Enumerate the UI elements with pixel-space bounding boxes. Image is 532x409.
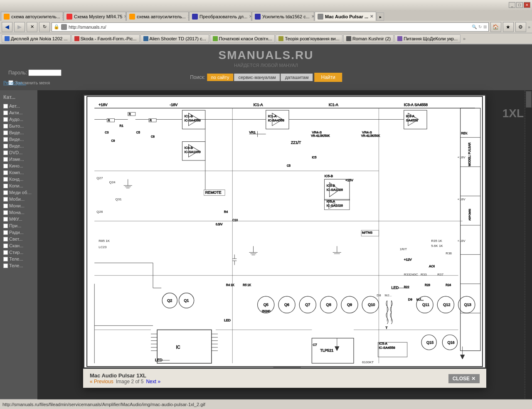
cat-checkbox-21[interactable] bbox=[3, 244, 8, 248]
maximize-button[interactable]: □ bbox=[516, 2, 523, 8]
tab-close-5[interactable]: ✕ bbox=[311, 14, 314, 19]
back-button[interactable]: ◀ bbox=[2, 22, 12, 32]
cat-checkbox-0[interactable] bbox=[3, 104, 8, 108]
cat-item-24[interactable]: Теле... bbox=[3, 263, 34, 268]
svg-text:IC3-A SA4558: IC3-A SA4558 bbox=[404, 103, 428, 107]
search-tab-site[interactable]: по сайту bbox=[207, 74, 234, 81]
tab-close-1[interactable]: ✕ bbox=[62, 14, 63, 19]
cat-checkbox-17[interactable] bbox=[3, 217, 8, 222]
cat-checkbox-14[interactable] bbox=[3, 197, 8, 202]
cat-checkbox-1[interactable] bbox=[3, 111, 8, 115]
cat-item-15[interactable]: Мони... bbox=[3, 203, 34, 208]
bookmark-5[interactable]: Теорія розв'язування ви... bbox=[276, 34, 342, 43]
cat-item-19[interactable]: Ради... bbox=[3, 230, 34, 235]
cat-checkbox-16[interactable] bbox=[3, 210, 8, 215]
address-bar[interactable]: 🔒 http://smanuals.ru/ 🔍 ↻ ⊞ bbox=[52, 22, 489, 32]
bookmark-4[interactable]: Початкові класи Освітн... bbox=[210, 34, 275, 43]
cat-checkbox-22[interactable] bbox=[3, 250, 8, 255]
tab-close-3[interactable]: ✕ bbox=[187, 14, 189, 19]
cat-checkbox-13[interactable] bbox=[3, 190, 8, 195]
tab-1[interactable]: схема автоусилитель... ✕ bbox=[1, 12, 63, 21]
cat-item-1[interactable]: Акти... bbox=[3, 110, 34, 115]
cat-item-14[interactable]: Моби... bbox=[3, 197, 34, 202]
registration-link[interactable]: Регистра... bbox=[3, 80, 26, 85]
cat-item-22[interactable]: Стир... bbox=[3, 250, 34, 255]
bookmark-6[interactable]: Roman Kushnir (2) bbox=[343, 34, 394, 43]
cat-item-10[interactable]: Комп... bbox=[3, 170, 34, 175]
settings-button[interactable]: ⚙ bbox=[515, 22, 526, 32]
forward-button[interactable]: ▶ bbox=[14, 22, 25, 32]
cat-checkbox-8[interactable] bbox=[3, 157, 8, 162]
bookmarks-more[interactable]: » bbox=[463, 36, 466, 41]
cat-item-8[interactable]: Изме... bbox=[3, 157, 34, 162]
favorites-button[interactable]: ★ bbox=[503, 22, 514, 32]
window-controls[interactable]: _ □ ✕ bbox=[509, 2, 530, 8]
cat-item-4[interactable]: Виде... bbox=[3, 130, 34, 135]
tab-close-4[interactable]: ✕ bbox=[249, 14, 251, 19]
cat-item-7[interactable]: DVD... bbox=[3, 150, 34, 155]
cat-item-3[interactable]: Быто... bbox=[3, 123, 34, 128]
cat-item-11[interactable]: Конд... bbox=[3, 177, 34, 182]
cat-checkbox-11[interactable] bbox=[3, 177, 8, 182]
tab-4[interactable]: Преобразователь дл... ✕ bbox=[189, 12, 251, 21]
tab-5[interactable]: Усилитель tda1562 с... ✕ bbox=[252, 12, 314, 21]
cat-item-5[interactable]: Виде... bbox=[3, 137, 34, 142]
tab-close-2[interactable]: ✕ bbox=[124, 14, 126, 19]
cat-checkbox-3[interactable] bbox=[3, 124, 8, 128]
bookmark-label-1: Дисплей для Nokia 1202 ... bbox=[11, 36, 68, 41]
cat-item-2[interactable]: Аудо... bbox=[3, 117, 34, 122]
cat-item-6[interactable]: Виде... bbox=[3, 143, 34, 148]
stop-button[interactable]: ✕ bbox=[27, 22, 37, 32]
cat-checkbox-24[interactable] bbox=[3, 264, 8, 268]
bookmark-1[interactable]: Дисплей для Nokia 1202 ... bbox=[2, 34, 71, 43]
close-button[interactable]: CLOSE ✕ bbox=[448, 374, 480, 383]
tab-close-6[interactable]: ✕ bbox=[370, 14, 373, 19]
cat-checkbox-4[interactable] bbox=[3, 131, 8, 135]
cat-checkbox-23[interactable] bbox=[3, 257, 8, 261]
cat-item-9[interactable]: Кино... bbox=[3, 163, 34, 168]
modal-navigation: Previous Image 2 of 5 Next bbox=[90, 379, 160, 384]
cat-checkbox-12[interactable] bbox=[3, 184, 8, 188]
tab-6[interactable]: Mac Audio Pulsar ... ✕ bbox=[315, 12, 376, 21]
close-button[interactable]: ✕ bbox=[524, 2, 530, 8]
more-button[interactable]: » bbox=[528, 25, 530, 30]
cat-checkbox-9[interactable] bbox=[3, 164, 8, 168]
cat-checkbox-18[interactable] bbox=[3, 224, 8, 228]
search-button[interactable]: Найти bbox=[315, 73, 342, 82]
svg-text:R33240C: R33240C bbox=[404, 273, 418, 276]
bookmark-2[interactable]: Skoda - Favorit-Form.-Pic... bbox=[71, 34, 140, 43]
new-tab-button[interactable]: ▸ bbox=[377, 12, 384, 21]
cat-item-18[interactable]: При... bbox=[3, 223, 34, 228]
cat-item-13[interactable]: Меди обор... bbox=[3, 190, 34, 195]
cat-item-0[interactable]: Авт... bbox=[3, 103, 34, 108]
cat-checkbox-6[interactable] bbox=[3, 144, 8, 148]
svg-text:Q27: Q27 bbox=[96, 176, 103, 180]
cat-checkbox-10[interactable] bbox=[3, 170, 8, 175]
bookmark-7[interactable]: Питання ЩоДеКоли укр... bbox=[394, 34, 461, 43]
search-tab-manuals[interactable]: сервис-мануалам bbox=[234, 74, 280, 81]
cat-item-23[interactable]: Теле... bbox=[3, 256, 34, 261]
cat-item-20[interactable]: Свет... bbox=[3, 237, 34, 241]
main-content: 1XL bbox=[37, 90, 532, 399]
tab-2[interactable]: Схема Mystery MR4.75 ✕ bbox=[64, 12, 126, 21]
cat-item-12[interactable]: Копи... bbox=[3, 183, 34, 188]
tab-3[interactable]: схема автоусилитель... ✕ bbox=[126, 12, 189, 21]
cat-item-17[interactable]: МФУ... bbox=[3, 217, 34, 222]
password-input[interactable] bbox=[28, 69, 62, 76]
cat-item-21[interactable]: Скан... bbox=[3, 243, 34, 248]
cat-item-16[interactable]: Мона... bbox=[3, 210, 34, 215]
search-tab-datasheets[interactable]: даташитам bbox=[281, 74, 313, 81]
next-link[interactable]: Next bbox=[146, 379, 160, 384]
cat-checkbox-7[interactable] bbox=[3, 150, 8, 155]
home-button[interactable]: 🏠 bbox=[490, 22, 501, 32]
cat-checkbox-20[interactable] bbox=[3, 237, 8, 241]
cat-checkbox-15[interactable] bbox=[3, 204, 8, 208]
minimize-button[interactable]: _ bbox=[509, 2, 515, 8]
reload-button[interactable]: ↻ bbox=[39, 22, 50, 32]
cat-checkbox-2[interactable] bbox=[3, 117, 8, 122]
cat-checkbox-5[interactable] bbox=[3, 137, 8, 142]
bookmark-3[interactable]: Alien Shooter TD (2017) с... bbox=[140, 34, 209, 43]
prev-link[interactable]: Previous bbox=[90, 379, 113, 384]
search-label: Поиск: bbox=[190, 74, 205, 80]
cat-checkbox-19[interactable] bbox=[3, 230, 8, 235]
